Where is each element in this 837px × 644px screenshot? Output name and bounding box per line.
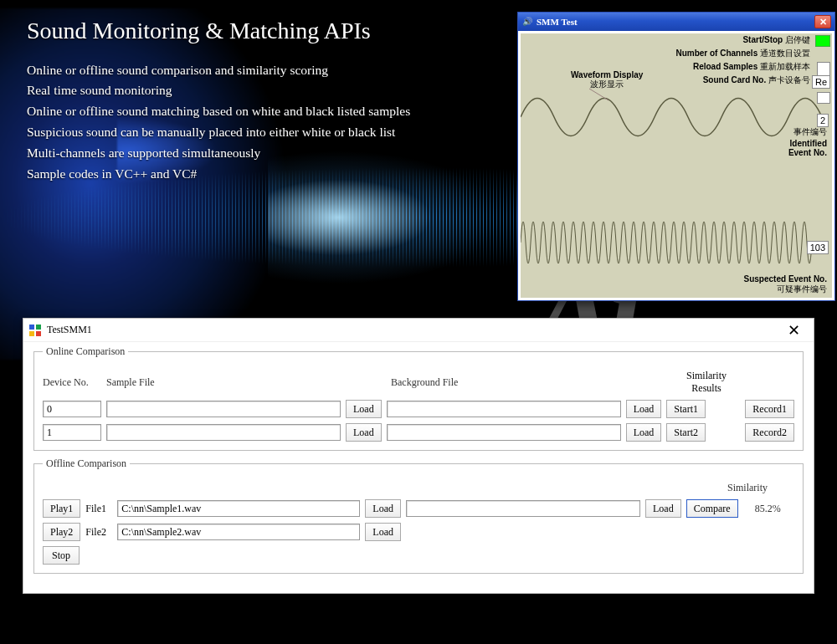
smm-title: SMM Test bbox=[537, 18, 578, 27]
similarity-header: Similarity bbox=[677, 370, 736, 382]
results-header: Results bbox=[677, 382, 736, 395]
page-title: Sound Monitoring & Matching APIs bbox=[27, 17, 496, 45]
smm-waveform-label-zh: 波形显示 bbox=[571, 79, 643, 89]
sample-load-button[interactable]: Load bbox=[346, 423, 382, 442]
file1-load-button[interactable]: Load bbox=[365, 499, 401, 518]
hero-line: Multi-channels are supported simultaneou… bbox=[27, 143, 496, 164]
hero-line: Online or offline sound matching based o… bbox=[27, 101, 496, 122]
file2-input[interactable] bbox=[117, 524, 360, 540]
smm-soundcard-selector[interactable] bbox=[817, 92, 830, 104]
background-file-input[interactable] bbox=[387, 424, 621, 441]
smm-identified-label-en: Identified Event No. bbox=[788, 139, 827, 157]
smm-channels-label-zh: 通道数目设置 bbox=[760, 49, 810, 58]
smm-start-stop-label-en: Start/Stop bbox=[742, 35, 783, 44]
online-comparison-group: Online Comparison Device No. Sample File… bbox=[33, 345, 804, 451]
device-no-input[interactable] bbox=[43, 401, 101, 417]
smm-app-icon: 🔊 bbox=[521, 16, 533, 28]
hero-line: Real time sound monitoring bbox=[27, 80, 496, 101]
smm-suspected-label-zh: 可疑事件编号 bbox=[777, 284, 827, 294]
file2-label: File2 bbox=[85, 526, 112, 539]
hero-line: Online or offline sound comparison and s… bbox=[27, 60, 496, 81]
smm-suspected-label-en: Suspected Event No. bbox=[744, 274, 827, 284]
smm-card-label-zh: 声卡设备号 bbox=[768, 75, 810, 84]
smm-titlebar[interactable]: 🔊 SMM Test ✕ bbox=[518, 13, 834, 31]
online-comparison-legend: Online Comparison bbox=[43, 345, 128, 358]
testsmm1-app-icon bbox=[28, 324, 42, 337]
device-no-header: Device No. bbox=[43, 376, 101, 389]
online-row: Load Load Start2 Record2 bbox=[43, 423, 794, 442]
smm-waveform-label-en: Waveform Display bbox=[571, 70, 643, 79]
offline-comparison-legend: Offline Comparison bbox=[43, 457, 130, 470]
svg-rect-1 bbox=[29, 325, 34, 330]
smm-suspected-value: 103 bbox=[807, 241, 829, 254]
hero-line: Suspicious sound can be manually placed … bbox=[27, 122, 496, 143]
compare-button[interactable]: Compare bbox=[686, 499, 738, 518]
record2-button[interactable]: Record2 bbox=[745, 423, 794, 442]
stop-button[interactable]: Stop bbox=[43, 546, 80, 565]
smm-reload-label-zh: 重新加载样本 bbox=[760, 62, 810, 71]
hero-text-block: Sound Monitoring & Matching APIs Online … bbox=[27, 17, 496, 184]
play1-button[interactable]: Play1 bbox=[43, 499, 80, 518]
close-icon: ✕ bbox=[819, 18, 827, 27]
bg-load-button[interactable]: Load bbox=[626, 400, 662, 418]
sample-file-input[interactable] bbox=[106, 424, 341, 441]
smm-close-button[interactable]: ✕ bbox=[814, 15, 831, 28]
smm-reload-button[interactable]: Re bbox=[812, 75, 830, 89]
svg-rect-4 bbox=[36, 331, 41, 336]
smm-card-label-en: Sound Card No. bbox=[703, 75, 767, 84]
smm-reload-label-en: Reload Samples bbox=[693, 62, 757, 71]
smm-test-window: 🔊 SMM Test ✕ Re Start/Stop 启停键 Number of… bbox=[517, 12, 835, 301]
similarity-value: 85.2% bbox=[755, 503, 781, 515]
smm-identified-value: 2 bbox=[817, 114, 829, 127]
svg-line-0 bbox=[589, 89, 608, 100]
similarity-label: Similarity bbox=[727, 482, 794, 494]
background-file-header: Background File bbox=[391, 376, 625, 389]
sample-file-input[interactable] bbox=[106, 401, 341, 417]
svg-rect-2 bbox=[36, 325, 41, 330]
testsmm1-titlebar[interactable]: TestSMM1 ✕ bbox=[23, 319, 814, 342]
start1-button[interactable]: Start1 bbox=[666, 400, 706, 418]
offline-comparison-group: Offline Comparison Similarity Play1 File… bbox=[33, 457, 804, 574]
file1-label: File1 bbox=[85, 503, 112, 515]
background-file-input[interactable] bbox=[387, 401, 621, 417]
record1-button[interactable]: Record1 bbox=[745, 400, 794, 418]
smm-start-stop-indicator[interactable] bbox=[815, 35, 830, 47]
smm-identified-label-zh: 事件编号 bbox=[793, 127, 827, 136]
online-row: Load Load Start1 Record1 bbox=[43, 400, 794, 418]
file1-input[interactable] bbox=[117, 500, 360, 517]
sample-file-header: Sample File bbox=[106, 376, 341, 389]
offline-bg-input[interactable] bbox=[406, 500, 640, 517]
bg-load-button[interactable]: Load bbox=[626, 423, 662, 442]
play2-button[interactable]: Play2 bbox=[43, 523, 80, 541]
start2-button[interactable]: Start2 bbox=[666, 423, 706, 442]
smm-channels-label-en: Number of Channels bbox=[675, 49, 757, 58]
testsmm1-window: TestSMM1 ✕ Online Comparison Device No. … bbox=[23, 318, 814, 594]
smm-start-stop-label-zh: 启停键 bbox=[785, 35, 810, 44]
hero-line: Sample codes in VC++ and VC# bbox=[27, 164, 496, 185]
testsmm1-title: TestSMM1 bbox=[47, 324, 92, 336]
file2-load-button[interactable]: Load bbox=[365, 523, 401, 541]
testsmm1-close-button[interactable]: ✕ bbox=[778, 322, 809, 339]
smm-canvas: Re Start/Stop 启停键 Number of Channels 通道数… bbox=[521, 33, 832, 298]
sample-load-button[interactable]: Load bbox=[346, 400, 382, 418]
offline-bg-load-button[interactable]: Load bbox=[645, 499, 681, 518]
svg-rect-3 bbox=[29, 331, 34, 336]
close-icon: ✕ bbox=[788, 323, 800, 338]
device-no-input[interactable] bbox=[43, 424, 101, 441]
